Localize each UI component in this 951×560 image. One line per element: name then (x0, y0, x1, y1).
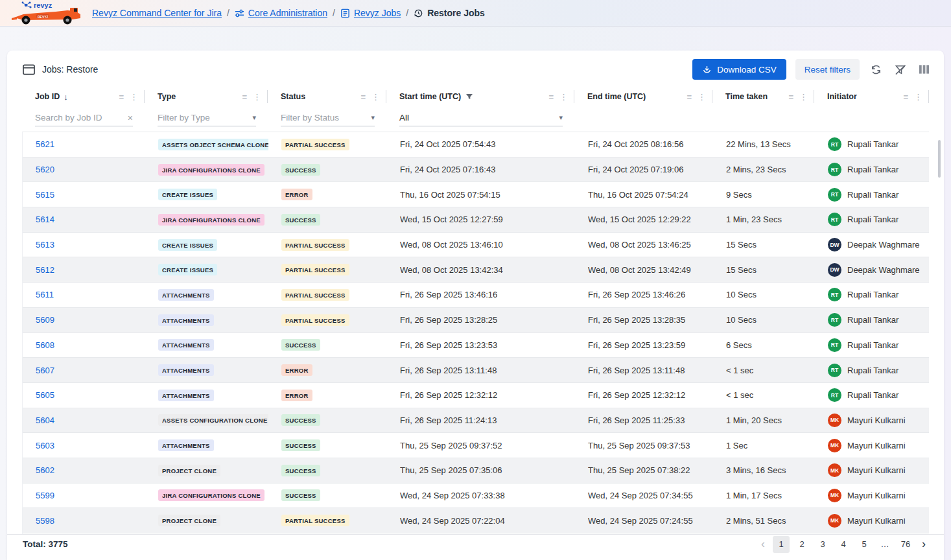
job-id-link[interactable]: 5609 (36, 315, 54, 325)
job-id-link[interactable]: 5615 (36, 190, 54, 200)
status-filter-select[interactable] (281, 113, 367, 122)
breadcrumb-revyz-jobs[interactable]: Revyz Jobs (340, 8, 401, 18)
chevron-down-icon[interactable]: ▾ (367, 113, 375, 122)
vertical-scrollbar[interactable] (937, 122, 942, 534)
initiator-cell: MK Mayuri Kulkarni (815, 433, 929, 458)
filter-cell-job-id: × (22, 110, 145, 132)
initiator-name: Rupali Tankar (847, 366, 898, 375)
type-badge: ATTACHMENTS (158, 439, 214, 451)
chevron-down-icon[interactable]: ▾ (248, 113, 256, 122)
table-row: 5608 ATTACHMENTS SUCCESS Fri, 26 Sep 202… (23, 333, 929, 358)
start-time-cell: Fri, 26 Sep 2025 13:28:25 (387, 308, 575, 332)
job-id-link[interactable]: 5614 (36, 215, 54, 224)
job-id-link[interactable]: 5605 (36, 390, 54, 400)
drag-handle-icon[interactable]: = (119, 92, 123, 102)
status-cell: PARTIAL SUCCESS (268, 508, 387, 533)
journal-icon (340, 8, 350, 18)
column-menu-icon[interactable]: ⋮ (559, 92, 568, 102)
refresh-button[interactable] (869, 62, 884, 77)
status-cell: SUCCESS (268, 207, 387, 232)
drag-handle-icon[interactable]: = (242, 92, 246, 102)
column-header-type[interactable]: Type = ⋮ (145, 88, 268, 106)
status-badge: ERROR (281, 390, 312, 401)
job-id-link[interactable]: 5598 (36, 516, 54, 526)
drag-handle-icon[interactable]: = (903, 92, 908, 102)
column-menu-icon[interactable]: ⋮ (371, 92, 380, 102)
next-page-icon[interactable]: › (918, 537, 930, 551)
end-time-cell: Wed, 08 Oct 2025 13:42:49 (575, 257, 713, 282)
job-id-link[interactable]: 5611 (36, 290, 54, 299)
clear-icon[interactable]: × (124, 113, 133, 123)
job-id-link[interactable]: 5621 (36, 139, 54, 149)
avatar: RT (828, 188, 841, 202)
column-menu-icon[interactable]: ⋮ (799, 92, 808, 102)
type-filter-select[interactable] (158, 113, 248, 122)
type-cell: CREATE ISSUES (145, 182, 268, 207)
page-button-5[interactable]: 5 (856, 536, 873, 553)
table-footer: Total: 3775 ‹ 12345…76 › (7, 534, 944, 560)
column-menu-icon[interactable]: ⋮ (253, 92, 261, 102)
table-row: 5599 JIRA CONFIGURATIONS CLONE SUCCESS W… (23, 484, 929, 509)
column-header-time-taken[interactable]: Time taken = ⋮ (712, 88, 814, 106)
column-header-end-time[interactable]: End time (UTC) = ⋮ (574, 88, 712, 106)
column-menu-icon[interactable]: ⋮ (130, 92, 138, 102)
job-id-link[interactable]: 5608 (36, 340, 54, 350)
job-id-link[interactable]: 5613 (36, 240, 54, 250)
column-header-job-id[interactable]: Job ID ↓ = ⋮ (22, 88, 145, 106)
sort-desc-icon[interactable]: ↓ (64, 92, 68, 102)
chevron-down-icon[interactable]: ▾ (555, 113, 563, 122)
page-button-4[interactable]: 4 (835, 536, 852, 553)
filter-cell-type: ▾ (145, 110, 268, 132)
start-time-cell: Fri, 26 Sep 2025 13:46:16 (387, 283, 575, 307)
initiator-name: Mayuri Kulkarni (847, 415, 906, 425)
drag-handle-icon[interactable]: = (788, 92, 793, 102)
end-time-cell: Wed, 24 Sep 2025 07:24:55 (575, 508, 713, 533)
start-time-filter-select[interactable]: All ▾ (399, 110, 563, 126)
drag-handle-icon[interactable]: = (360, 92, 365, 102)
job-id-link[interactable]: 5604 (36, 415, 54, 425)
drag-handle-icon[interactable]: = (548, 92, 553, 102)
status-badge: SUCCESS (281, 465, 320, 476)
job-id-search-input[interactable] (35, 113, 124, 122)
scrollbar-thumb[interactable] (938, 140, 941, 178)
job-id-link[interactable]: 5602 (36, 465, 54, 475)
reset-filters-button[interactable]: Reset filters (795, 59, 860, 80)
breadcrumb-separator: / (406, 8, 408, 18)
prev-page-icon[interactable]: ‹ (757, 537, 769, 551)
column-menu-icon[interactable]: ⋮ (914, 92, 922, 102)
job-id-link[interactable]: 5599 (36, 491, 54, 500)
job-id-link[interactable]: 5620 (36, 165, 54, 174)
breadcrumb-core-administration[interactable]: Core Administration (235, 8, 327, 18)
status-cell: SUCCESS (268, 484, 387, 508)
job-id-link[interactable]: 5607 (36, 366, 54, 375)
column-header-status[interactable]: Status = ⋮ (268, 88, 386, 106)
initiator-cell: RT Rupali Tankar (815, 383, 929, 408)
clear-filters-button[interactable] (893, 62, 908, 77)
columns-button[interactable] (917, 63, 931, 76)
status-cell: SUCCESS (268, 333, 387, 358)
download-csv-button[interactable]: Download CSV (692, 59, 786, 80)
type-badge: ATTACHMENTS (158, 314, 214, 326)
job-id-link[interactable]: 5603 (36, 441, 54, 450)
column-header-initiator[interactable]: Initiator = ⋮ (814, 88, 929, 106)
type-badge: PROJECT CLONE (158, 515, 220, 526)
svg-text:revyz: revyz (34, 1, 53, 9)
avatar: RT (828, 313, 841, 327)
revyz-logo[interactable]: revyz REVYZ (10, 0, 83, 26)
drag-handle-icon[interactable]: = (687, 92, 691, 102)
end-time-cell: Wed, 24 Sep 2025 07:34:55 (575, 484, 713, 508)
column-menu-icon[interactable]: ⋮ (698, 92, 706, 102)
job-id-cell: 5620 (23, 158, 145, 182)
table-header-row: Job ID ↓ = ⋮ Type = ⋮ Status = ⋮ (22, 88, 929, 106)
page-button-76[interactable]: 76 (897, 536, 914, 553)
page-button-1[interactable]: 1 (773, 536, 790, 553)
breadcrumb-command-center[interactable]: Revyz Command Center for Jira (92, 8, 222, 18)
status-cell: SUCCESS (268, 458, 387, 483)
type-badge: ASSETS CONFIGURATION CLONE (158, 414, 268, 426)
column-header-start-time[interactable]: Start time (UTC) = ⋮ (386, 88, 574, 106)
page-button-2[interactable]: 2 (793, 536, 810, 553)
card-window-icon (23, 64, 35, 75)
page-button-3[interactable]: 3 (814, 536, 831, 553)
time-taken-cell: 15 Secs (713, 257, 815, 282)
job-id-link[interactable]: 5612 (36, 265, 54, 275)
